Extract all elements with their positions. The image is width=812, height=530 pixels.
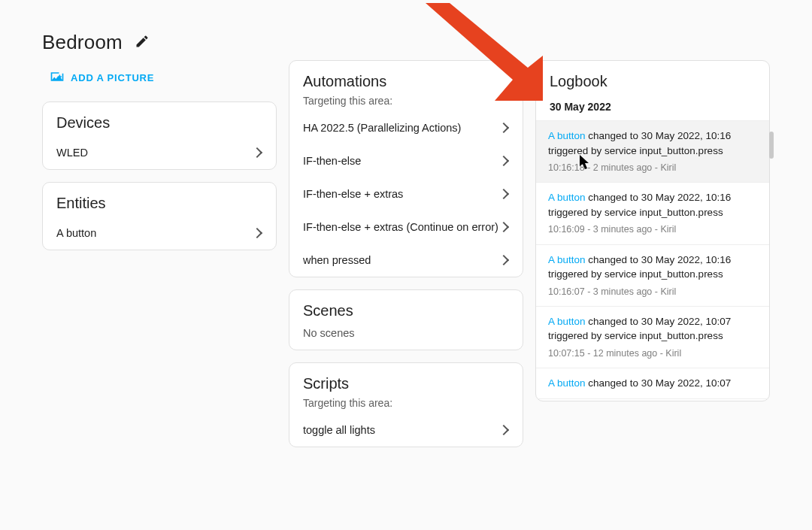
automation-label: IF-then-else bbox=[303, 155, 361, 167]
add-picture-button[interactable]: ADD A PICTURE bbox=[44, 65, 277, 91]
logbook-list[interactable]: A button changed to 30 May 2022, 10:16 t… bbox=[536, 120, 769, 399]
automation-label: HA 2022.5 (Parallelizing Actions) bbox=[303, 122, 461, 134]
entities-title: Entities bbox=[56, 195, 262, 212]
automations-subtitle: Targeting this area: bbox=[303, 95, 509, 107]
logbook-entity-link[interactable]: A button bbox=[548, 316, 586, 327]
entity-row-a-button[interactable]: A button bbox=[43, 217, 276, 250]
chevron-right-icon bbox=[498, 222, 509, 232]
image-plus-icon bbox=[50, 69, 65, 86]
logbook-entry[interactable]: A button changed to 30 May 2022, 10:16 t… bbox=[536, 245, 769, 307]
device-label: WLED bbox=[56, 147, 88, 159]
scenes-empty-text: No scenes bbox=[289, 324, 523, 350]
chevron-right-icon bbox=[498, 189, 509, 199]
chevron-right-icon bbox=[498, 255, 509, 265]
entity-label: A button bbox=[56, 227, 96, 239]
automations-card: Automations Targeting this area: HA 2022… bbox=[289, 60, 523, 277]
chevron-right-icon bbox=[498, 156, 509, 166]
chevron-right-icon bbox=[498, 425, 509, 435]
area-title-row: Bedroom bbox=[42, 30, 277, 54]
automations-title: Automations bbox=[303, 73, 509, 90]
device-row-wled[interactable]: WLED bbox=[43, 136, 276, 169]
devices-title: Devices bbox=[56, 114, 262, 132]
pencil-icon bbox=[135, 34, 150, 51]
chevron-right-icon bbox=[252, 147, 262, 158]
logbook-entry[interactable]: A button changed to 30 May 2022, 10:07 bbox=[536, 368, 769, 399]
logbook-entry-meta: 10:16:07 - 3 minutes ago - Kiril bbox=[548, 285, 757, 298]
edit-area-button[interactable] bbox=[130, 30, 154, 54]
scripts-subtitle: Targeting this area: bbox=[303, 397, 509, 409]
logbook-date-header: 30 May 2022 bbox=[536, 93, 769, 120]
automation-label: IF-then-else + extras (Continue on error… bbox=[303, 221, 498, 233]
logbook-entry[interactable]: A button changed to 30 May 2022, 10:16 t… bbox=[536, 183, 769, 244]
left-column: Bedroom ADD A PICTURE Devices WLED bbox=[42, 30, 277, 262]
logbook-title: Logbook bbox=[536, 61, 769, 93]
automation-row[interactable]: HA 2022.5 (Parallelizing Actions) bbox=[289, 111, 523, 144]
chevron-right-icon bbox=[498, 123, 509, 133]
scrollbar-thumb[interactable] bbox=[769, 132, 774, 159]
scripts-title: Scripts bbox=[303, 375, 509, 392]
script-row[interactable]: toggle all lights bbox=[289, 413, 523, 447]
logbook-card: Logbook 30 May 2022 A button changed to … bbox=[535, 60, 770, 401]
right-column: Logbook 30 May 2022 A button changed to … bbox=[535, 30, 770, 401]
logbook-entity-link[interactable]: A button bbox=[548, 192, 586, 203]
logbook-entity-link[interactable]: A button bbox=[548, 254, 586, 265]
chevron-right-icon bbox=[252, 228, 262, 238]
logbook-entity-link[interactable]: A button bbox=[548, 377, 586, 389]
devices-card: Devices WLED bbox=[42, 101, 277, 170]
logbook-entry-meta: 10:16:18 - 2 minutes ago - Kiril bbox=[548, 161, 757, 174]
automation-label: when pressed bbox=[303, 254, 371, 266]
logbook-entry[interactable]: A button changed to 30 May 2022, 10:07 t… bbox=[536, 307, 769, 368]
add-picture-label: ADD A PICTURE bbox=[71, 72, 154, 83]
middle-column: Automations Targeting this area: HA 2022… bbox=[289, 30, 523, 459]
automation-row[interactable]: IF-then-else + extras bbox=[289, 177, 523, 210]
automation-row[interactable]: IF-then-else + extras (Continue on error… bbox=[289, 210, 523, 244]
logbook-entry-text: changed to 30 May 2022, 10:07 bbox=[588, 377, 731, 389]
area-title: Bedroom bbox=[42, 31, 123, 54]
script-label: toggle all lights bbox=[303, 424, 375, 436]
scenes-card: Scenes No scenes bbox=[289, 289, 523, 350]
logbook-entry-meta: 10:16:09 - 3 minutes ago - Kiril bbox=[548, 223, 757, 236]
logbook-entry-meta: 10:07:15 - 12 minutes ago - Kiril bbox=[548, 347, 757, 360]
logbook-entry[interactable]: A button changed to 30 May 2022, 10:16 t… bbox=[536, 121, 769, 183]
automation-label: IF-then-else + extras bbox=[303, 188, 403, 200]
scripts-card: Scripts Targeting this area: toggle all … bbox=[289, 362, 523, 447]
automation-row[interactable]: when pressed bbox=[289, 244, 523, 277]
scenes-title: Scenes bbox=[303, 302, 509, 320]
automation-row[interactable]: IF-then-else bbox=[289, 144, 523, 177]
logbook-entity-link[interactable]: A button bbox=[548, 130, 586, 141]
entities-card: Entities A button bbox=[42, 182, 277, 250]
